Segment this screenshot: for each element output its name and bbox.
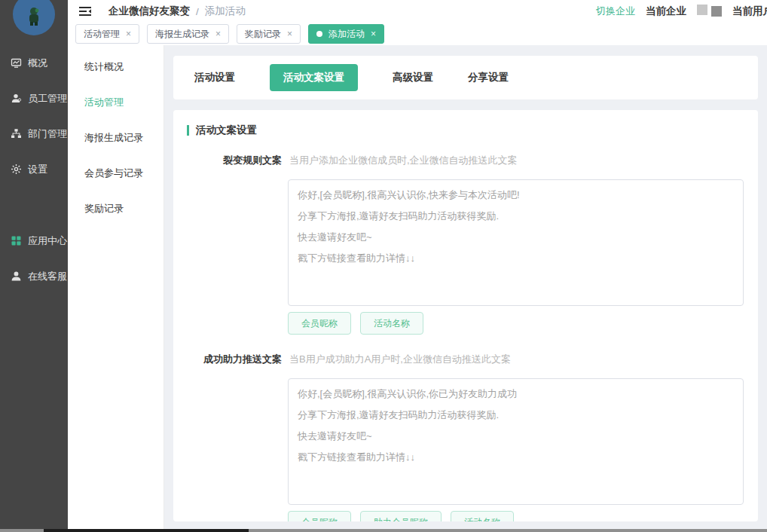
app-sidebar: 概况 员工管理 部门管理 设置 应用中心 bbox=[0, 0, 68, 532]
workspace-tabbar: 活动管理 × 海报生成记录 × 奖励记录 × 添加活动 × bbox=[68, 23, 767, 45]
field-body: 你好,[会员昵称],很高兴认识你,快来参与本次活动吧! 分享下方海报,邀请好友扫… bbox=[288, 179, 744, 335]
breadcrumb-separator: / bbox=[196, 6, 199, 17]
workspace-tab-label: 奖励记录 bbox=[245, 28, 281, 41]
apps-grid-icon bbox=[11, 235, 22, 246]
sidebar-item-overview[interactable]: 概况 bbox=[0, 45, 68, 81]
submenu-item-activity-management[interactable]: 活动管理 bbox=[68, 84, 163, 120]
section-accent-bar bbox=[187, 125, 189, 136]
sidebar-item-label: 在线客服 bbox=[28, 270, 67, 283]
insert-token-buttons: 会员昵称 助力会员昵称 活动名称 bbox=[288, 511, 744, 521]
assist-success-copy-textarea[interactable]: 你好,[会员昵称],很高兴认识你,你已为好友助力成功 分享下方海报,邀请好友扫码… bbox=[288, 378, 744, 505]
submenu-item-stats-overview[interactable]: 统计概况 bbox=[68, 49, 163, 84]
sidebar-item-label: 概况 bbox=[28, 57, 47, 70]
breadcrumb-current: 添加活动 bbox=[205, 5, 246, 18]
workspace-tab-activity-management[interactable]: 活动管理 × bbox=[75, 24, 139, 44]
collapse-menu-icon[interactable] bbox=[78, 5, 92, 17]
close-icon[interactable]: × bbox=[287, 29, 292, 38]
mascot-icon bbox=[26, 7, 41, 26]
sidebar-item-departments[interactable]: 部门管理 bbox=[0, 116, 68, 151]
sidebar-item-label: 应用中心 bbox=[28, 234, 67, 248]
breadcrumb: 企业微信好友聚变 / 添加活动 bbox=[108, 5, 246, 18]
active-dot-icon bbox=[316, 31, 322, 37]
app-logo bbox=[13, 0, 55, 35]
tab-advanced-settings[interactable]: 高级设置 bbox=[393, 64, 433, 91]
field-label: 成功助力推送文案 bbox=[187, 353, 282, 366]
submenu-item-member-participation[interactable]: 会员参与记录 bbox=[68, 155, 163, 191]
header-row: 企业微信好友聚变 / 添加活动 切换企业 当前企业 当前用户 bbox=[68, 0, 767, 23]
sidebar-item-settings[interactable]: 设置 bbox=[0, 151, 68, 187]
sidebar-group-gap bbox=[0, 187, 68, 223]
field-hint: 当用户添加企业微信成员时,企业微信自动推送此文案 bbox=[289, 154, 518, 167]
insert-member-nickname-button[interactable]: 会员昵称 bbox=[288, 511, 351, 521]
top-header: 企业微信好友聚变 / 添加活动 切换企业 当前企业 当前用户 活动管理 × 海报… bbox=[68, 0, 767, 45]
tab-activity-copy-settings[interactable]: 活动文案设置 bbox=[270, 64, 358, 91]
sidebar-item-label: 部门管理 bbox=[28, 127, 67, 141]
org-tree-icon bbox=[11, 128, 22, 139]
field-fission-rule-copy: 裂变规则文案 当用户添加企业微信成员时,企业微信自动推送此文案 你好,[会员昵称… bbox=[187, 154, 744, 335]
insert-member-nickname-button[interactable]: 会员昵称 bbox=[288, 312, 351, 335]
sidebar-item-employees[interactable]: 员工管理 bbox=[0, 81, 68, 116]
submenu-item-poster-records[interactable]: 海报生成记录 bbox=[68, 120, 163, 155]
submenu-item-reward-records[interactable]: 奖励记录 bbox=[68, 191, 163, 226]
current-company-label: 当前企业 bbox=[646, 5, 686, 18]
workspace-tab-label: 海报生成记录 bbox=[155, 28, 209, 41]
support-agent-icon bbox=[11, 271, 22, 282]
current-user-label: 当前用户 bbox=[732, 5, 767, 18]
field-assist-success-copy: 成功助力推送文案 当B用户成功助力A用户时,企业微信自动推送此文案 你好,[会员… bbox=[187, 353, 744, 521]
tab-activity-settings[interactable]: 活动设置 bbox=[194, 64, 235, 91]
settings-tabbar: 活动设置 活动文案设置 高级设置 分享设置 bbox=[173, 56, 758, 99]
sidebar-nav: 概况 员工管理 部门管理 设置 应用中心 bbox=[0, 45, 68, 294]
module-submenu: 统计概况 活动管理 海报生成记录 会员参与记录 奖励记录 bbox=[68, 45, 164, 532]
field-hint: 当B用户成功助力A用户时,企业微信自动推送此文案 bbox=[289, 353, 511, 366]
dashboard-icon bbox=[11, 57, 22, 69]
sidebar-item-label: 员工管理 bbox=[28, 92, 67, 105]
workspace-tab-reward-records[interactable]: 奖励记录 × bbox=[237, 24, 301, 44]
copy-settings-panel: 活动文案设置 裂变规则文案 当用户添加企业微信成员时,企业微信自动推送此文案 你… bbox=[173, 110, 758, 521]
user-icon bbox=[11, 93, 22, 104]
field-header: 裂变规则文案 当用户添加企业微信成员时,企业微信自动推送此文案 bbox=[187, 154, 744, 167]
gear-icon bbox=[11, 164, 22, 175]
breadcrumb-root[interactable]: 企业微信好友聚变 bbox=[108, 5, 190, 18]
close-icon[interactable]: × bbox=[371, 29, 376, 38]
header-actions: 切换企业 当前企业 当前用户 bbox=[596, 5, 767, 18]
workspace-tab-label: 活动管理 bbox=[84, 28, 120, 41]
main-content: 活动设置 活动文案设置 高级设置 分享设置 活动文案设置 裂变规则文案 当用户添… bbox=[164, 45, 767, 532]
sidebar-item-label: 设置 bbox=[28, 163, 47, 176]
field-body: 你好,[会员昵称],很高兴认识你,你已为好友助力成功 分享下方海报,邀请好友扫码… bbox=[288, 378, 744, 521]
insert-token-buttons: 会员昵称 活动名称 bbox=[288, 312, 744, 335]
workspace-tab-add-activity[interactable]: 添加活动 × bbox=[308, 24, 384, 44]
tab-share-settings[interactable]: 分享设置 bbox=[468, 64, 509, 91]
field-label: 裂变规则文案 bbox=[187, 154, 282, 167]
close-icon[interactable]: × bbox=[215, 29, 221, 38]
fission-rule-copy-textarea[interactable]: 你好,[会员昵称],很高兴认识你,快来参与本次活动吧! 分享下方海报,邀请好友扫… bbox=[288, 179, 744, 306]
close-icon[interactable]: × bbox=[126, 29, 131, 38]
sidebar-item-app-center[interactable]: 应用中心 bbox=[0, 223, 68, 258]
insert-activity-name-button[interactable]: 活动名称 bbox=[360, 312, 423, 335]
insert-activity-name-button[interactable]: 活动名称 bbox=[451, 511, 514, 521]
field-header: 成功助力推送文案 当B用户成功助力A用户时,企业微信自动推送此文案 bbox=[187, 353, 744, 366]
insert-assist-member-nickname-button[interactable]: 助力会员昵称 bbox=[360, 511, 442, 521]
window-edge bbox=[0, 529, 767, 532]
section-header: 活动文案设置 bbox=[187, 124, 744, 137]
switch-company-link[interactable]: 切换企业 bbox=[596, 5, 635, 18]
section-title: 活动文案设置 bbox=[196, 124, 257, 137]
sidebar-item-online-support[interactable]: 在线客服 bbox=[0, 258, 68, 294]
workspace-tab-label: 添加活动 bbox=[328, 28, 365, 41]
company-name-redacted bbox=[697, 6, 722, 17]
workspace-tab-poster-records[interactable]: 海报生成记录 × bbox=[147, 24, 229, 44]
